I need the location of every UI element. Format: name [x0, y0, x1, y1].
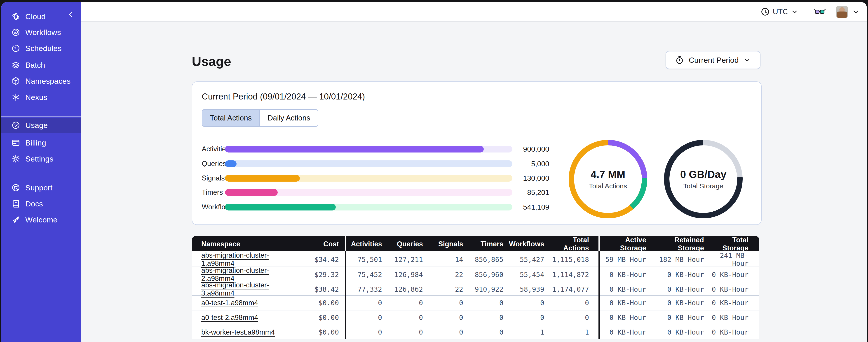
- total-storage-donut: 0 GB/Day Total Storage: [661, 137, 745, 221]
- usage-gauge-icon: [11, 121, 20, 130]
- cost-cell: $38.42: [293, 285, 345, 293]
- settings-gear-icon: [11, 154, 20, 163]
- user-avatar[interactable]: [836, 6, 848, 18]
- activities-cell: 0: [345, 328, 386, 336]
- sidebar-item-label: Workflows: [25, 28, 61, 37]
- namespaces-cube-icon: [11, 76, 20, 86]
- sidebar-item-label: Nexus: [25, 93, 47, 102]
- current-period-card: Current Period (09/01/2024 — 10/01/2024)…: [192, 81, 762, 225]
- sidebar-brand-label: Cloud: [25, 12, 45, 21]
- total-actions-label: Total Actions: [589, 182, 627, 190]
- sidebar-item-namespaces[interactable]: Namespaces: [1, 74, 81, 88]
- sidebar-item-usage[interactable]: Usage: [1, 118, 81, 133]
- total-actions-cell: 1,174,077: [549, 285, 598, 293]
- account-menu-chevron-icon[interactable]: [852, 8, 860, 16]
- workflows-icon: [11, 28, 20, 37]
- col-activities: Activities: [345, 240, 386, 248]
- active-storage-cell: 59 MB-Hour: [598, 255, 651, 264]
- sidebar-item-welcome[interactable]: Welcome: [1, 213, 81, 226]
- bar-fill: [225, 175, 300, 181]
- activities-cell: 75,501: [345, 255, 386, 264]
- header-divider: [345, 236, 346, 251]
- total-storage-value: 0 GB/Day: [680, 168, 726, 180]
- retained-storage-cell: 0 KB-Hour: [651, 314, 709, 321]
- column-divider: [598, 251, 600, 339]
- col-namespace: Namespace: [192, 240, 293, 248]
- timers-cell: 856,960: [468, 271, 508, 279]
- sidebar-item-docs[interactable]: Docs: [1, 197, 81, 210]
- queries-cell: 0: [386, 299, 428, 307]
- active-storage-cell: 0 KB-Hour: [598, 299, 651, 307]
- namespace-link[interactable]: abs-migration-cluster-2.a98mm4: [201, 266, 269, 282]
- total-actions-cell: 0: [549, 314, 598, 321]
- namespace-link[interactable]: bk-worker-test.a98mm4: [201, 328, 275, 336]
- sidebar-collapse-icon[interactable]: [66, 10, 75, 19]
- bar-label: Signals: [202, 174, 225, 182]
- table-row: bk-worker-test.a98mm4 $0.00 0 0 0 0 1 1 …: [192, 324, 759, 339]
- timezone-label: UTC: [773, 7, 788, 16]
- sidebar-brand-cloud[interactable]: Cloud: [1, 10, 81, 23]
- period-selector-button[interactable]: Current Period: [665, 51, 761, 69]
- sidebar-item-label: Support: [25, 183, 53, 192]
- page-title: Usage: [192, 54, 231, 69]
- sidebar-divider: [1, 116, 81, 117]
- total-storage-cell: 241 MB-Hour: [709, 251, 759, 267]
- bar-value: 541,109: [482, 203, 549, 211]
- col-signals: Signals: [428, 240, 468, 248]
- stopwatch-icon: [675, 56, 684, 65]
- batch-layers-icon: [11, 61, 20, 69]
- sidebar-item-support[interactable]: Support: [1, 181, 81, 194]
- workflows-cell: 58,939: [508, 285, 549, 293]
- timezone-selector[interactable]: UTC: [761, 7, 798, 16]
- retained-storage-cell: 0 KB-Hour: [651, 299, 709, 307]
- queries-cell: 126,984: [386, 271, 428, 279]
- queries-cell: 0: [386, 328, 428, 336]
- cost-cell: $0.00: [293, 299, 345, 307]
- activities-cell: 0: [345, 299, 386, 307]
- col-total-actions: Total Actions: [549, 236, 598, 252]
- timers-cell: 0: [468, 314, 508, 321]
- bar-value: 130,000: [482, 174, 549, 182]
- workflows-cell: 55,427: [508, 255, 549, 264]
- sidebar-item-label: Namespaces: [25, 77, 70, 86]
- namespace-link[interactable]: a0-test-2.a98mm4: [201, 314, 258, 321]
- accessibility-glasses-icon[interactable]: [813, 7, 826, 17]
- cost-cell: $34.42: [293, 255, 345, 264]
- sidebar-item-nexus[interactable]: Nexus: [1, 91, 81, 104]
- total-actions-cell: 0: [549, 299, 598, 307]
- cost-cell: $0.00: [293, 314, 345, 321]
- col-total-storage: Total Storage: [709, 236, 759, 252]
- namespace-link[interactable]: abs-migration-cluster-3.a98mm4: [201, 281, 269, 297]
- sidebar-item-billing[interactable]: Billing: [1, 136, 81, 149]
- active-storage-cell: 0 KB-Hour: [598, 285, 651, 293]
- bar-value: 85,201: [482, 189, 549, 196]
- namespace-link[interactable]: abs-migration-cluster-1.a98mm4: [201, 251, 269, 267]
- workflows-cell: 0: [508, 299, 549, 307]
- total-storage-label: Total Storage: [683, 182, 723, 190]
- timers-cell: 0: [468, 328, 508, 336]
- sidebar-item-settings[interactable]: Settings: [1, 152, 81, 165]
- bar-fill: [225, 204, 336, 210]
- sidebar-item-workflows[interactable]: Workflows: [1, 26, 81, 39]
- col-cost: Cost: [293, 240, 345, 248]
- tab-total-actions[interactable]: Total Actions: [202, 110, 259, 126]
- sidebar-item-label: Usage: [25, 121, 48, 130]
- sidebar-item-batch[interactable]: Batch: [1, 59, 81, 71]
- retained-storage-cell: 0 KB-Hour: [651, 328, 709, 336]
- table-body: abs-migration-cluster-1.a98mm4 $34.42 75…: [192, 251, 759, 339]
- queries-cell: 127,211: [386, 255, 428, 264]
- bar-value: 900,000: [482, 145, 549, 153]
- retained-storage-cell: 182 MB-Hour: [651, 255, 709, 264]
- tab-daily-actions[interactable]: Daily Actions: [259, 110, 318, 126]
- namespace-usage-table: Namespace Cost Activities Queries Signal…: [192, 236, 759, 339]
- table-header-row: Namespace Cost Activities Queries Signal…: [192, 236, 759, 251]
- bar-fill: [225, 146, 484, 152]
- total-actions-cell: 1,115,018: [549, 255, 598, 264]
- total-storage-cell: 0 KB-Hour: [709, 328, 759, 336]
- namespace-link[interactable]: a0-test-1.a98mm4: [201, 299, 258, 307]
- table-row: a0-test-1.a98mm4 $0.00 0 0 0 0 0 0 0 KB-…: [192, 295, 759, 310]
- sidebar-item-schedules[interactable]: Schedules: [1, 42, 81, 55]
- retained-storage-cell: 0 KB-Hour: [651, 285, 709, 293]
- bar-fill: [225, 189, 278, 196]
- cost-cell: $0.00: [293, 328, 345, 336]
